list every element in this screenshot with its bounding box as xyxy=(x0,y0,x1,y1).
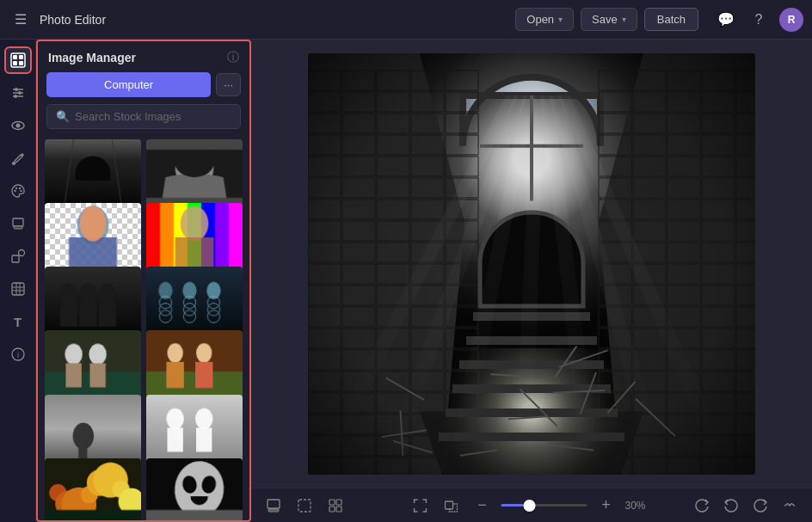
svg-rect-18 xyxy=(13,218,23,226)
computer-button[interactable]: Computer xyxy=(46,72,211,97)
eye-sidebar-icon[interactable] xyxy=(4,112,32,139)
svg-point-17 xyxy=(20,190,22,192)
menu-icon[interactable]: ☰ xyxy=(9,8,33,32)
thumbnail-5[interactable] xyxy=(45,267,141,335)
thumbnail-7[interactable] xyxy=(45,330,141,399)
zoom-out-button[interactable]: − xyxy=(471,494,495,518)
save-button[interactable]: Save ▾ xyxy=(581,8,637,31)
effects-sidebar-icon[interactable] xyxy=(4,275,32,303)
svg-rect-31 xyxy=(336,507,341,512)
help-icon[interactable]: ? xyxy=(747,8,771,32)
panel-header: Image Manager ⓘ xyxy=(38,41,249,72)
image-manager-panel: Image Manager ⓘ Computer ··· 🔍 xyxy=(36,40,251,522)
resize-icon[interactable] xyxy=(440,494,464,518)
rotate-right-icon[interactable] xyxy=(690,494,714,518)
thumbnail-4[interactable] xyxy=(146,203,243,272)
svg-rect-3 xyxy=(13,61,17,65)
image-grid xyxy=(38,136,249,520)
topbar: ☰ Photo Editor Open ▾ Save ▾ Batch 💬 ? R xyxy=(0,0,812,40)
svg-point-16 xyxy=(18,187,20,189)
svg-rect-29 xyxy=(336,500,341,505)
bottom-right-tools xyxy=(690,494,802,518)
svg-text:i: i xyxy=(17,351,19,359)
batch-button[interactable]: Batch xyxy=(644,8,698,31)
adjustments-sidebar-icon[interactable] xyxy=(4,79,32,107)
svg-rect-2 xyxy=(19,55,23,59)
svg-rect-20 xyxy=(12,255,19,262)
svg-rect-26 xyxy=(268,509,279,512)
svg-point-21 xyxy=(18,250,24,256)
search-bar: 🔍 xyxy=(46,104,241,129)
svg-rect-19 xyxy=(14,226,22,229)
thumbnail-11[interactable] xyxy=(45,458,141,520)
thumbnail-12[interactable] xyxy=(146,458,243,520)
thumbnail-6[interactable] xyxy=(146,267,243,335)
app-title: Photo Editor xyxy=(40,13,106,27)
image-manager-sidebar-icon[interactable] xyxy=(4,46,32,74)
select-bottom-icon[interactable] xyxy=(292,494,317,518)
info-sidebar-icon[interactable]: i xyxy=(4,341,32,368)
svg-point-10 xyxy=(14,95,17,98)
canvas-container xyxy=(251,40,812,488)
chat-icon[interactable]: 💬 xyxy=(714,8,738,32)
fit-icon[interactable] xyxy=(409,494,433,518)
panel-title: Image Manager xyxy=(48,51,136,64)
undo-icon[interactable] xyxy=(719,494,743,518)
open-chevron-icon: ▾ xyxy=(558,15,563,24)
search-icon: 🔍 xyxy=(56,110,70,123)
avatar[interactable]: R xyxy=(779,8,803,32)
zoom-percent: 30% xyxy=(625,500,655,512)
search-input[interactable] xyxy=(75,110,231,123)
grid-bottom-icon[interactable] xyxy=(323,494,348,518)
bottom-bar: − + 30% xyxy=(251,488,812,522)
svg-rect-25 xyxy=(268,500,280,508)
zoom-slider[interactable] xyxy=(501,504,587,507)
more-options-button[interactable]: ··· xyxy=(216,73,241,96)
svg-point-6 xyxy=(15,88,18,91)
svg-point-8 xyxy=(18,91,22,95)
palette-sidebar-icon[interactable] xyxy=(4,177,32,205)
bottom-center-tools: − + 30% xyxy=(409,494,655,518)
svg-point-12 xyxy=(15,124,20,128)
topbar-icons: 💬 ? R xyxy=(714,8,803,32)
thumbnail-3[interactable] xyxy=(45,203,141,272)
brush-sidebar-icon[interactable] xyxy=(4,144,32,172)
main-content: T i Image Manager ⓘ Computer ··· 🔍 xyxy=(0,40,812,522)
svg-rect-4 xyxy=(19,61,23,65)
svg-rect-32 xyxy=(446,501,453,509)
zoom-in-button[interactable]: + xyxy=(594,494,618,518)
main-image xyxy=(308,53,755,475)
thumbnail-8[interactable] xyxy=(146,330,243,399)
bottom-left-tools xyxy=(261,494,348,518)
thumbnail-9[interactable] xyxy=(45,395,141,464)
open-button[interactable]: Open ▾ xyxy=(515,8,574,31)
text-sidebar-icon[interactable]: T xyxy=(4,308,32,335)
layers-bottom-icon[interactable] xyxy=(261,494,286,518)
shapes-sidebar-icon[interactable] xyxy=(4,243,32,270)
save-chevron-icon: ▾ xyxy=(622,15,626,24)
more-bottom-icon[interactable] xyxy=(778,494,802,518)
redo-icon[interactable] xyxy=(748,494,772,518)
svg-rect-30 xyxy=(329,507,335,512)
sidebar-icons: T i xyxy=(0,40,36,522)
canvas-area: − + 30% xyxy=(251,40,812,522)
thumbnail-2[interactable] xyxy=(146,139,243,208)
svg-point-14 xyxy=(14,190,15,192)
svg-rect-22 xyxy=(12,283,24,295)
layers-sidebar-icon[interactable] xyxy=(4,210,32,237)
svg-point-13 xyxy=(12,162,15,165)
svg-rect-27 xyxy=(298,500,311,512)
svg-rect-28 xyxy=(329,500,335,505)
svg-point-15 xyxy=(15,187,16,189)
svg-rect-1 xyxy=(13,55,17,59)
thumbnail-10[interactable] xyxy=(146,395,243,464)
panel-actions: Computer ··· xyxy=(38,72,249,104)
thumbnail-1[interactable] xyxy=(45,139,141,208)
panel-info-icon[interactable]: ⓘ xyxy=(227,50,239,65)
